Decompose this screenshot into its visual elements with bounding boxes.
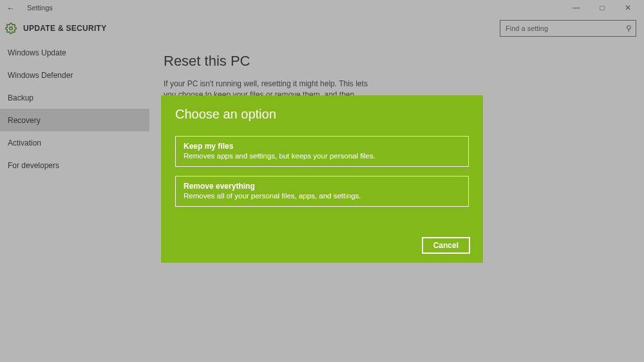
option-title: Remove everything xyxy=(184,182,460,191)
option-description: Removes all of your personal files, apps… xyxy=(184,192,460,200)
option-keep-my-files[interactable]: Keep my files Removes apps and settings,… xyxy=(175,136,469,167)
cancel-button[interactable]: Cancel xyxy=(422,237,470,254)
reset-modal: Choose an option Keep my files Removes a… xyxy=(161,95,483,263)
option-title: Keep my files xyxy=(184,142,460,151)
modal-title: Choose an option xyxy=(175,107,469,122)
cancel-button-label: Cancel xyxy=(433,241,459,250)
option-remove-everything[interactable]: Remove everything Removes all of your pe… xyxy=(175,176,469,207)
option-description: Removes apps and settings, but keeps you… xyxy=(184,152,460,160)
